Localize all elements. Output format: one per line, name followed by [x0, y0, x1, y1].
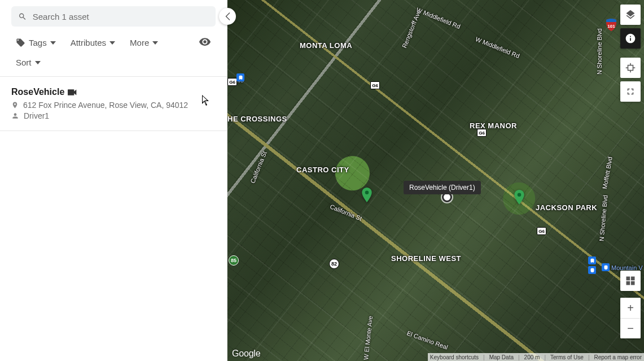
attributes-label: Attributes [71, 38, 106, 47]
route-shield: 82 [329, 259, 339, 269]
svg-text:101: 101 [607, 24, 615, 29]
search-icon [18, 12, 27, 21]
more-filter[interactable]: More [130, 38, 158, 47]
tags-label: Tags [29, 38, 47, 47]
route-shield: 85 [229, 255, 239, 266]
zoom-controls: + − [620, 298, 641, 338]
asset-address: 612 Fox Prince Avenue, Rose View, CA, 94… [23, 101, 188, 110]
layers-button[interactable] [620, 5, 641, 25]
info-button[interactable] [620, 28, 641, 49]
info-icon [625, 33, 636, 44]
footer-terms[interactable]: Terms of Use [550, 354, 584, 360]
attributes-filter[interactable]: Attributes [71, 38, 115, 47]
fullscreen-icon [625, 86, 636, 97]
asset-list-item[interactable]: RoseVehicle 612 Fox Prince Avenue, Rose … [0, 77, 227, 131]
chevron-down-icon [152, 40, 158, 46]
collapse-sidebar-button[interactable] [219, 8, 236, 25]
map-type-button[interactable] [620, 271, 641, 291]
eye-icon [199, 36, 211, 48]
asset-name: RoseVehicle [11, 87, 64, 97]
transit-icon [588, 256, 596, 264]
crosshair-icon [625, 63, 636, 73]
chevron-down-icon [35, 60, 41, 66]
chevron-down-icon [50, 40, 56, 46]
sidebar: Tags Attributes More Sort Ro [0, 0, 227, 361]
map-label: HE CROSSINGS [227, 115, 287, 123]
sort-label: Sort [16, 58, 32, 67]
layers-icon [625, 9, 636, 20]
search-box[interactable] [11, 6, 216, 27]
transit-icon [588, 266, 596, 274]
route-shield: G6 [537, 227, 546, 235]
tags-filter[interactable]: Tags [16, 38, 56, 47]
map-label: JACKSON PARK [536, 203, 597, 212]
footer-shortcuts[interactable]: Keyboard shortcuts [430, 354, 479, 360]
grid-icon [625, 275, 636, 286]
map-label: SHORELINE WEST [391, 254, 461, 263]
visibility-toggle[interactable] [199, 36, 211, 50]
vehicle-tooltip: RoseVehicle (Driver1) [404, 181, 481, 194]
sort-button[interactable]: Sort [16, 58, 41, 67]
map-canvas[interactable]: MONTA LOMA HE CROSSINGS REX MANOR CASTRO… [227, 0, 644, 361]
map-street-label: N Shoreline Blvd [596, 28, 603, 75]
map-label: MONTA LOMA [300, 41, 352, 50]
footer-report[interactable]: Report a map error [594, 354, 642, 360]
zoom-in-button[interactable]: + [620, 298, 641, 318]
route-shield: G6 [370, 81, 380, 89]
video-icon [68, 89, 77, 95]
route-shield: G6 [227, 78, 237, 86]
zoom-out-button[interactable]: − [620, 318, 641, 338]
more-label: More [130, 38, 149, 47]
svg-point-1 [365, 190, 369, 194]
svg-rect-3 [628, 66, 633, 71]
location-icon [11, 101, 19, 110]
footer-scale: 200 m [524, 354, 540, 360]
chevron-down-icon [109, 40, 115, 46]
map-footer: Keyboard shortcuts| Map Data| 200 m| Ter… [428, 353, 644, 361]
transit-icon [602, 263, 610, 271]
search-input[interactable] [33, 12, 209, 21]
tag-icon [16, 38, 25, 47]
interstate-shield: 101 [604, 18, 618, 32]
user-icon [11, 112, 19, 120]
google-logo: Google [232, 349, 260, 359]
fullscreen-button[interactable] [620, 81, 641, 102]
asset-driver: Driver1 [24, 111, 49, 120]
map-label: CASTRO CITY [296, 166, 349, 174]
route-shield: G6 [477, 129, 487, 137]
map-pin[interactable] [362, 188, 372, 202]
chevron-left-icon [225, 12, 230, 20]
footer-mapdata[interactable]: Map Data [489, 354, 514, 360]
map-pin[interactable] [514, 190, 524, 205]
filter-row: Tags Attributes More [0, 27, 227, 50]
svg-point-2 [518, 193, 522, 197]
recenter-button[interactable] [620, 58, 641, 78]
transit-icon [236, 73, 244, 81]
